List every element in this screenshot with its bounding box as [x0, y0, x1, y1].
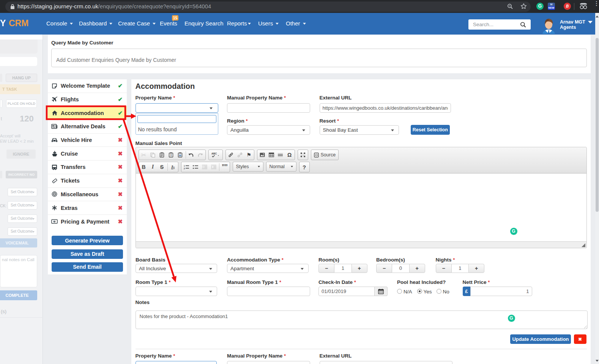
incorrect-no-button[interactable]: INCORRECT NO	[6, 171, 37, 178]
nav-item-alternative-deals[interactable]: Alternative Deals ✔	[48, 120, 127, 134]
nav-item-extras[interactable]: Extras ✖	[48, 201, 127, 215]
grammarly-icon[interactable]: G	[510, 228, 517, 235]
horizontal-rule-icon[interactable]	[276, 150, 285, 159]
scroll-down-arrow[interactable]	[596, 360, 599, 362]
set-outcome-select[interactable]: Set Outcome	[8, 188, 37, 196]
property-name-select[interactable]	[136, 103, 218, 113]
nav-item-tickets[interactable]: Tickets ✖	[48, 174, 127, 188]
notes-textarea[interactable]: Notes for the product - Accommodation1	[136, 310, 588, 329]
format-combo[interactable]: Normal	[266, 162, 296, 172]
nav-item-flights[interactable]: Flights ✔	[48, 93, 127, 107]
search-icon[interactable]	[520, 22, 526, 28]
query-input-field[interactable]	[52, 49, 586, 67]
bedrooms-value[interactable]: 0	[392, 264, 409, 273]
rooms-increment-button[interactable]: +	[352, 264, 367, 273]
external-url-input-2[interactable]	[320, 361, 452, 364]
user-menu-caret-icon[interactable]	[588, 21, 593, 24]
nights-decrement-button[interactable]: −	[436, 264, 452, 273]
paste-text-icon[interactable]: T	[167, 150, 176, 159]
url-text[interactable]: https://staging.journey-crm.co.uk/enquir…	[17, 3, 211, 9]
nett-price-field[interactable]	[471, 287, 532, 296]
region-select[interactable]: Anguilla	[227, 125, 310, 135]
manual-room-type-input[interactable]	[227, 287, 310, 296]
cut-icon[interactable]: ✂	[139, 150, 148, 159]
nights-increment-button[interactable]: +	[468, 264, 484, 273]
complete-button[interactable]: COMPLETE	[0, 290, 37, 300]
reset-selection-button[interactable]: Reset Selection	[411, 125, 450, 135]
bold-icon[interactable]: B	[139, 162, 148, 172]
menu-events[interactable]: Events	[160, 20, 177, 27]
maximize-icon[interactable]	[298, 150, 307, 159]
voicemail-button[interactable]: VOICEMAIL	[0, 238, 37, 247]
nav-item-cruise[interactable]: Cruise ✖	[48, 147, 127, 161]
remove-product-button[interactable]: ✖	[574, 334, 586, 344]
image-icon[interactable]	[258, 150, 267, 159]
bedrooms-increment-button[interactable]: +	[409, 264, 425, 273]
zoom-icon[interactable]	[507, 3, 513, 9]
manual-property-name-field[interactable]	[227, 104, 310, 112]
menu-reports[interactable]: Reports	[227, 20, 251, 27]
call-notes-textarea[interactable]: nal notes on Call	[0, 255, 37, 287]
set-outcome-select[interactable]: Set Outcome	[8, 227, 37, 236]
set-outcome-select[interactable]: Set Outcome	[8, 201, 37, 210]
italic-icon[interactable]: I	[148, 162, 158, 172]
avatar[interactable]	[542, 17, 555, 34]
calendar-button[interactable]	[375, 287, 388, 296]
menu-enquiry-search[interactable]: Enquiry Search	[184, 20, 224, 27]
nav-item-vehicle-hire[interactable]: Vehicle Hire ✖	[48, 134, 127, 147]
extension-red-icon[interactable]: B	[564, 3, 571, 10]
grammarly-extension-icon[interactable]: G	[536, 3, 544, 10]
editor-content-area[interactable]	[136, 173, 587, 242]
extension-new-icon[interactable]: M NEW	[548, 3, 555, 10]
rooms-value[interactable]: 1	[334, 264, 352, 273]
resort-select[interactable]: Shoal Bay East	[320, 125, 399, 135]
bedrooms-decrement-button[interactable]: −	[376, 264, 392, 273]
styles-combo[interactable]: Styles	[233, 162, 263, 172]
blockquote-icon[interactable]: ””	[220, 162, 229, 172]
generate-preview-button[interactable]: Generate Preview	[52, 236, 123, 245]
room-type-select[interactable]	[136, 287, 217, 296]
unordered-list-icon[interactable]	[191, 162, 200, 172]
pool-heat-radio-no[interactable]	[437, 289, 441, 294]
notes-field[interactable]: Notes for the product - Accommodation1	[136, 311, 588, 329]
nav-item-miscellaneous[interactable]: Miscellaneous ✖	[48, 188, 127, 202]
nav-item-transfers[interactable]: Transfers ✖	[48, 161, 127, 174]
page-scrollbar[interactable]	[595, 13, 599, 364]
indent-icon[interactable]	[209, 162, 218, 172]
rooms-decrement-button[interactable]: −	[318, 264, 334, 273]
hang-up-button[interactable]: HANG UP	[6, 74, 37, 82]
remove-format-icon[interactable]: Ix	[169, 162, 178, 172]
manual-room-type-field[interactable]	[227, 287, 310, 296]
nav-item-accommodation[interactable]: Accommodation ✔	[48, 106, 127, 120]
scroll-up-arrow[interactable]	[596, 16, 599, 17]
menu-console[interactable]: Console	[46, 20, 73, 27]
grammarly-icon[interactable]: G	[508, 315, 515, 322]
external-url-input[interactable]	[320, 103, 451, 113]
manual-property-name-input[interactable]	[227, 103, 310, 113]
strikethrough-icon[interactable]: S	[158, 162, 167, 172]
browser-menu-icon[interactable]: ⋮	[594, 2, 598, 5]
table-icon[interactable]	[267, 150, 276, 159]
paste-icon[interactable]	[158, 150, 167, 159]
editor-resize-handle[interactable]	[582, 243, 585, 247]
special-char-icon[interactable]: Ω	[285, 150, 294, 159]
undo-icon[interactable]	[187, 150, 196, 159]
check-in-date-field[interactable]	[319, 287, 374, 296]
property-name-select-2[interactable]	[136, 361, 217, 364]
anchor-flag-icon[interactable]: ⚑	[244, 150, 254, 159]
place-on-hold-button[interactable]: PLACE ON HOLD	[6, 99, 37, 108]
pool-heat-radio-na[interactable]	[397, 289, 402, 294]
board-basis-select[interactable]: All Inclusive	[136, 264, 217, 273]
outdent-icon[interactable]	[200, 162, 209, 172]
copy-icon[interactable]	[148, 150, 158, 159]
source-button[interactable]: Source	[311, 150, 339, 160]
about-help-icon[interactable]: ?	[300, 162, 309, 172]
menu-create-case[interactable]: Create Case	[118, 20, 156, 27]
send-email-button[interactable]: Send Email	[52, 262, 123, 272]
nights-value[interactable]: 1	[452, 264, 469, 273]
redo-icon[interactable]	[196, 150, 205, 159]
spellcheck-icon[interactable]: ABC	[209, 150, 222, 159]
ignore-button[interactable]: IGNORE	[6, 150, 36, 159]
bookmark-star-icon[interactable]	[520, 3, 527, 9]
ordered-list-icon[interactable]: 12	[182, 162, 191, 172]
